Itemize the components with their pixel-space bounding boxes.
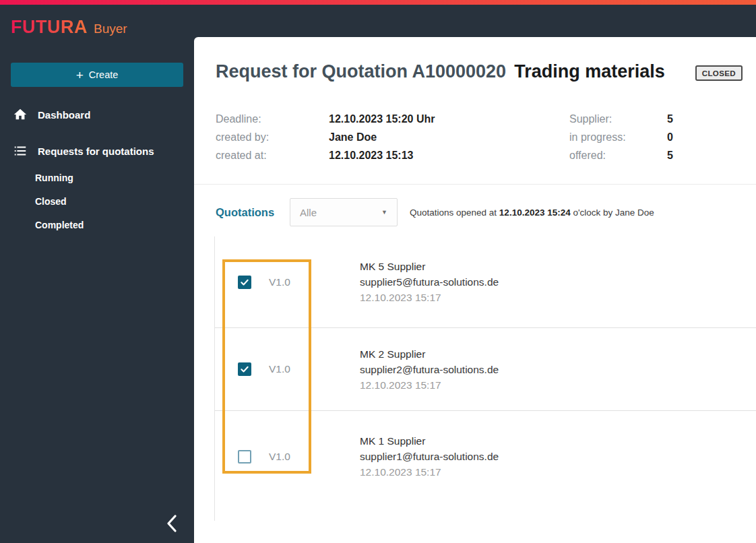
quotations-opened-note: Quotations opened at 12.10.2023 15:24 o'… [410,207,654,218]
supplier-name: MK 1 Supplier [360,433,499,449]
quotations-heading: Quotations [216,206,274,219]
sidebar-item-requests-for-quotations[interactable]: Requests for quotations [0,136,194,166]
detail-row-offered: offered: 5 [569,146,673,164]
dropdown-arrow-icon: ▼ [381,209,387,216]
home-icon [12,106,28,123]
quotation-date: 12.10.2023 15:17 [360,464,499,480]
supplier-checkbox[interactable] [238,276,251,289]
sidebar-item-label: Requests for quotations [38,146,154,157]
sidebar-item-dashboard[interactable]: Dashboard [0,100,194,129]
sidebar-subitem-label: Closed [35,196,67,207]
sidebar-item-label: Dashboard [38,109,90,121]
detail-label: Supplier: [569,113,667,125]
detail-label: in progress: [569,131,667,143]
note-suffix: o'clock by Jane Doe [571,207,654,218]
sidebar-subitem-label: Completed [35,220,84,230]
sidebar-nav: Dashboard Requests for quotations Runnin… [0,100,194,236]
quotation-version: V1.0 [269,276,296,288]
quotation-version: V1.0 [269,363,296,375]
quotation-version: V1.0 [269,451,296,463]
quotation-row: V1.0 MK 2 Supplier supplier2@futura-solu… [215,328,756,411]
list-icon [12,143,28,159]
rfq-details: Deadline: 12.10.2023 15:20 Uhr created b… [216,110,743,164]
supplier-email: supplier2@futura-solutions.de [360,362,499,377]
sidebar-item-running[interactable]: Running [0,166,194,189]
supplier-checkbox[interactable] [238,450,251,464]
detail-value: 0 [667,131,673,143]
detail-row-supplier-count: Supplier: 5 [569,110,673,128]
detail-value: 12.10.2023 15:13 [329,150,413,162]
sidebar-collapse-button[interactable] [160,512,185,536]
detail-value: 5 [667,113,673,125]
plus-icon: + [76,69,84,82]
status-badge: CLOSED [695,65,743,81]
create-button-label: Create [89,69,119,80]
futura-logo-text: FUTURA [11,17,88,38]
check-icon [240,364,249,374]
create-button[interactable]: + Create [11,63,183,87]
quotation-row: V1.0 MK 5 Supplier supplier5@futura-solu… [215,236,756,328]
sidebar-item-closed[interactable]: Closed [0,189,194,213]
sidebar-item-completed[interactable]: Completed [0,213,194,236]
quotation-date: 12.10.2023 15:17 [360,290,499,305]
sidebar: FUTURA Buyer + Create Dashboard Requests… [0,5,194,543]
quotation-date: 12.10.2023 15:17 [360,377,499,393]
detail-value: 5 [667,150,673,162]
sidebar-subitem-label: Running [35,172,73,183]
detail-label: Deadline: [216,113,329,125]
rfq-name: Trading materials [514,61,665,82]
supplier-info: MK 5 Supplier supplier5@futura-solutions… [360,259,499,305]
quotations-list: V1.0 MK 5 Supplier supplier5@futura-solu… [214,236,756,521]
supplier-email: supplier1@futura-solutions.de [360,449,499,464]
quotations-filter-select[interactable]: Alle ▼ [290,198,398,226]
supplier-name: MK 5 Supplier [360,259,499,274]
supplier-email: supplier5@futura-solutions.de [360,274,499,290]
detail-label: created at: [216,150,329,162]
quotations-header: Quotations Alle ▼ Quotations opened at 1… [216,198,743,226]
app-logo: FUTURA Buyer [0,5,194,38]
detail-row-in-progress: in progress: 0 [569,128,673,146]
supplier-info: MK 1 Supplier supplier1@futura-solutions… [360,433,499,480]
supplier-info: MK 2 Supplier supplier2@futura-solutions… [360,346,499,393]
product-name: Buyer [94,22,127,36]
rfq-title: Request for Quotation A10000020 [216,61,506,82]
details-right-column: Supplier: 5 in progress: 0 offered: 5 [569,110,673,164]
supplier-name: MK 2 Supplier [360,346,499,362]
detail-label: created by: [216,131,329,143]
note-timestamp: 12.10.2023 15:24 [499,207,571,218]
main-content: Request for Quotation A10000020 Trading … [194,37,756,543]
chevron-left-icon [164,513,181,536]
page-title: Request for Quotation A10000020 Trading … [216,61,743,82]
section-divider [194,184,756,185]
supplier-checkbox[interactable] [238,362,251,376]
quotation-row: V1.0 MK 1 Supplier supplier1@futura-solu… [215,411,756,502]
top-gradient-strip [0,0,756,5]
detail-value: Jane Doe [329,131,377,143]
check-icon [240,278,249,287]
filter-selected-value: Alle [300,207,317,218]
detail-label: offered: [569,150,667,162]
detail-value: 12.10.2023 15:20 Uhr [329,113,435,125]
note-prefix: Quotations opened at [410,207,499,218]
